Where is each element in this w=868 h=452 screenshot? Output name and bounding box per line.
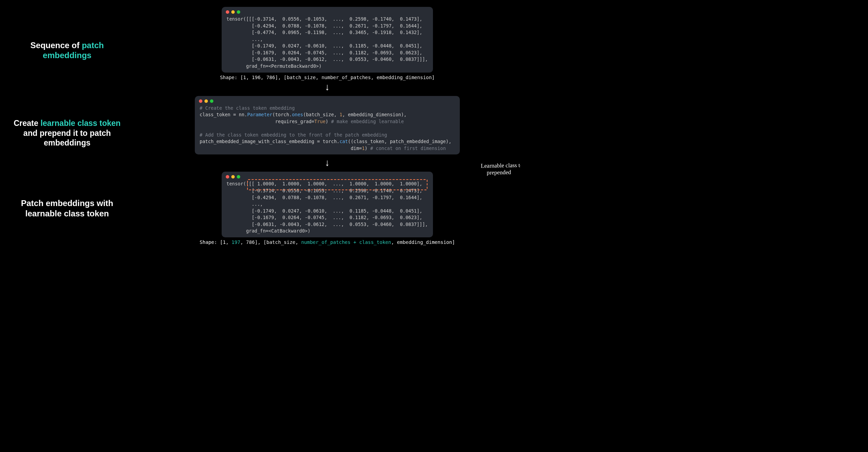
label-highlight: learnable class token [41,119,121,128]
step-2-row: Create learnable class token and prepend… [0,96,520,171]
code-window: # Create the class token embedding class… [195,96,460,155]
shape-line-2: Shape: [1, 197, 786], [batch_size, numbe… [200,239,455,245]
step-3-content: tensor([[[ 1.0000, 1.0000, 1.0000, ..., … [134,172,520,245]
traffic-light-yellow-icon [204,99,208,103]
tensor-output-body-2: tensor([[[ 1.0000, 1.0000, 1.0000, ..., … [222,181,433,235]
step-1-label: Sequence of patch embeddings [0,41,134,61]
step-3-label: Patch embeddings with learnable class to… [0,198,134,219]
traffic-light-red-icon [199,99,202,103]
window-titlebar [195,98,460,105]
traffic-light-green-icon [210,99,213,103]
traffic-light-yellow-icon [231,175,235,179]
window-titlebar [222,9,433,16]
traffic-light-yellow-icon [231,10,235,14]
tensor-output-body-1: tensor([[[-0.3714, 0.0556, -0.1053, ...,… [222,16,433,70]
label-text: Create [14,119,41,128]
traffic-light-green-icon [237,175,240,179]
traffic-light-red-icon [226,10,229,14]
arrow-down-icon: ↓ [325,82,330,92]
label-text: Sequence of [30,41,82,50]
step-1-row: Sequence of patch embeddings tensor([[[-… [0,7,520,95]
arrow-down-icon: ↓ [325,158,330,168]
label-text-post: and prepend it to patch embeddings [23,129,111,148]
traffic-light-red-icon [226,175,229,179]
window-titlebar [222,174,433,181]
step-2-content: # Create the class token embedding class… [134,96,520,171]
code-body: # Create the class token embedding class… [195,105,460,152]
traffic-light-green-icon [237,10,240,14]
tensor-output-window-2: tensor([[[ 1.0000, 1.0000, 1.0000, ..., … [222,172,433,237]
step-1-content: tensor([[[-0.3714, 0.0556, -0.1053, ...,… [134,7,520,95]
annotation-text: Learnable class token prepended [481,162,520,176]
step-2-label: Create learnable class token and prepend… [0,118,134,148]
shape-line-1: Shape: [1, 196, 786], [batch_size, numbe… [220,75,435,80]
step-3-row: Patch embeddings with learnable class to… [0,172,520,245]
tensor-output-window-1: tensor([[[-0.3714, 0.0556, -0.1053, ...,… [222,7,433,73]
handwritten-annotation: Learnable class token prepended [481,162,520,177]
